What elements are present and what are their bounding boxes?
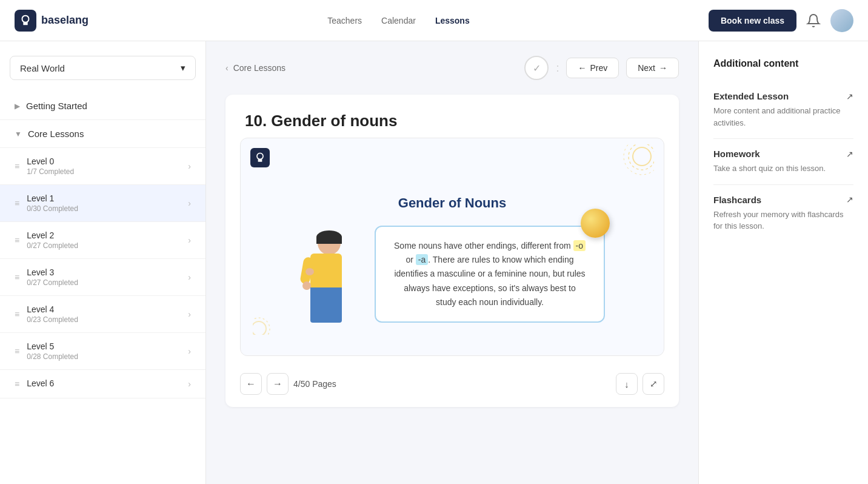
level-4-item[interactable]: ≡ Level 4 0/23 Completed › <box>0 296 205 333</box>
level-0-item[interactable]: ≡ Level 0 1/7 Completed › <box>0 148 205 185</box>
additional-content-title: Additional content <box>713 58 853 69</box>
nav-teachers[interactable]: Teachers <box>327 16 362 25</box>
level-3-info: Level 3 0/27 Completed <box>27 267 78 287</box>
breadcrumb-back-icon: ‹ <box>225 63 229 73</box>
level-0-info: Level 0 1/7 Completed <box>27 156 74 176</box>
flashcards-item: Flashcards ↗ Refresh your memory with fl… <box>713 185 853 242</box>
main-layout: Real World ▾ ▶ Getting Started ▼ Core Le… <box>0 41 868 484</box>
download-button[interactable]: ↓ <box>616 373 638 395</box>
drag-handle-icon: ≡ <box>15 346 19 356</box>
homework-desc: Take a short quiz on this lesson. <box>713 163 853 175</box>
homework-title: Homework <box>713 149 760 159</box>
next-arrow-icon: → <box>659 63 667 73</box>
svg-point-4 <box>253 318 270 335</box>
main-nav: Teachers Calendar Lessons <box>327 16 469 25</box>
slide-body-text: Some nouns have other endings, different… <box>394 240 586 306</box>
slide-inner: Gender of Nouns <box>241 152 664 341</box>
slide-navigation: ← → 4/50 Pages <box>240 373 336 395</box>
fullscreen-button[interactable]: ⤢ <box>643 373 664 395</box>
notification-bell-icon[interactable] <box>806 13 821 28</box>
svg-point-3 <box>253 321 266 335</box>
drag-handle-icon: ≡ <box>15 379 19 389</box>
next-lesson-button[interactable]: Next → <box>626 58 679 78</box>
level-1-left: ≡ Level 1 0/30 Completed <box>15 193 78 213</box>
extended-lesson-desc: More content and additional practice act… <box>713 105 853 129</box>
extended-lesson-link-icon[interactable]: ↗ <box>846 92 853 101</box>
homework-header: Homework ↗ <box>713 149 853 159</box>
content-header: ‹ Core Lessons ✓ : ← Prev Next → <box>225 56 679 80</box>
level-0-progress: 1/7 Completed <box>27 167 74 176</box>
lesson-title: 10. Gender of nouns <box>225 95 679 138</box>
separator: : <box>556 62 559 75</box>
slide-prev-button[interactable]: ← <box>240 373 262 395</box>
expand-arrow-icon: ▶ <box>15 102 20 110</box>
core-lessons-header[interactable]: ▼ Core Lessons <box>0 120 205 147</box>
logo: baselang <box>15 10 88 32</box>
homework-link-icon[interactable]: ↗ <box>846 149 853 159</box>
getting-started-section: ▶ Getting Started <box>0 92 205 120</box>
level-6-chevron-icon: › <box>188 379 191 389</box>
level-4-info: Level 4 0/23 Completed <box>27 304 78 324</box>
nav-calendar[interactable]: Calendar <box>381 16 416 25</box>
level-1-progress: 0/30 Completed <box>27 204 78 213</box>
flashcards-desc: Refresh your memory with flashcards for … <box>713 209 853 232</box>
highlight-a: -a <box>416 254 428 265</box>
flashcards-link-icon[interactable]: ↗ <box>846 195 853 204</box>
logo-text: baselang <box>41 14 88 27</box>
core-lessons-label: Core Lessons <box>28 129 84 139</box>
course-dropdown-label: Real World <box>20 63 65 73</box>
level-6-info: Level 6 <box>27 378 54 389</box>
lesson-card: 10. Gender of nouns Gender of Nouns <box>225 95 679 407</box>
drag-handle-icon: ≡ <box>15 198 19 208</box>
nav-lessons[interactable]: Lessons <box>435 16 470 25</box>
course-dropdown[interactable]: Real World ▾ <box>10 56 196 80</box>
level-4-left: ≡ Level 4 0/23 Completed <box>15 304 78 324</box>
level-5-item[interactable]: ≡ Level 5 0/28 Completed › <box>0 333 205 370</box>
level-5-info: Level 5 0/28 Completed <box>27 341 78 361</box>
getting-started-header[interactable]: ▶ Getting Started <box>0 92 205 119</box>
drag-handle-icon: ≡ <box>15 309 19 319</box>
level-1-item[interactable]: ≡ Level 1 0/30 Completed › <box>0 185 205 222</box>
mark-complete-button[interactable]: ✓ <box>524 56 549 80</box>
level-2-item[interactable]: ≡ Level 2 0/27 Completed › <box>0 222 205 259</box>
highlight-o: -o <box>573 240 586 251</box>
level-5-progress: 0/28 Completed <box>27 352 78 361</box>
prev-lesson-button[interactable]: ← Prev <box>566 58 619 78</box>
slide-next-button[interactable]: → <box>267 373 289 395</box>
slide-controls: ← → 4/50 Pages ↓ ⤢ <box>225 366 679 407</box>
level-2-progress: 0/27 Completed <box>27 241 78 250</box>
header: baselang Teachers Calendar Lessons Book … <box>0 0 868 41</box>
level-2-chevron-icon: › <box>188 235 191 245</box>
bottom-decoration <box>253 311 289 337</box>
level-3-chevron-icon: › <box>188 272 191 282</box>
level-3-item[interactable]: ≡ Level 3 0/27 Completed › <box>0 259 205 296</box>
level-1-name: Level 1 <box>27 193 78 203</box>
level-3-name: Level 3 <box>27 267 78 277</box>
user-avatar[interactable] <box>830 9 853 32</box>
coin-decoration <box>581 209 610 238</box>
main-content: ‹ Core Lessons ✓ : ← Prev Next → 10. Gen… <box>206 41 698 484</box>
level-2-left: ≡ Level 2 0/27 Completed <box>15 230 78 250</box>
book-new-class-button[interactable]: Book new class <box>709 10 796 32</box>
homework-item: Homework ↗ Take a short quiz on this les… <box>713 139 853 185</box>
next-label: Next <box>638 63 655 73</box>
breadcrumb[interactable]: ‹ Core Lessons <box>225 63 285 73</box>
slide-container: Gender of Nouns <box>240 138 664 356</box>
level-5-chevron-icon: › <box>188 346 191 356</box>
header-actions: Book new class <box>709 9 853 32</box>
drag-handle-icon: ≡ <box>15 161 19 171</box>
drag-handle-icon: ≡ <box>15 272 19 282</box>
getting-started-label: Getting Started <box>26 101 87 111</box>
level-2-name: Level 2 <box>27 230 78 240</box>
level-5-left: ≡ Level 5 0/28 Completed <box>15 341 78 361</box>
extended-lesson-item: Extended Lesson ↗ More content and addit… <box>713 81 853 139</box>
level-3-left: ≡ Level 3 0/27 Completed <box>15 267 78 287</box>
extended-lesson-header: Extended Lesson ↗ <box>713 91 853 101</box>
drag-handle-icon: ≡ <box>15 235 19 245</box>
flashcards-title: Flashcards <box>713 195 761 205</box>
level-4-progress: 0/23 Completed <box>27 315 78 324</box>
breadcrumb-label: Core Lessons <box>233 63 285 73</box>
lesson-nav-buttons: ✓ : ← Prev Next → <box>524 56 679 80</box>
additional-content-panel: Additional content Extended Lesson ↗ Mor… <box>698 41 868 484</box>
level-6-item[interactable]: ≡ Level 6 › <box>0 370 205 398</box>
